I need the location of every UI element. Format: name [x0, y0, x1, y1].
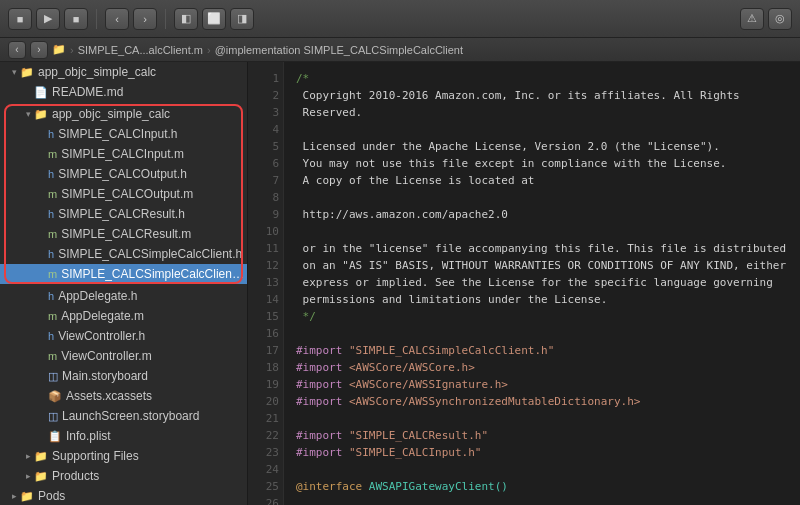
- sidebar-item-viewcontroller-m[interactable]: mViewController.m: [0, 346, 247, 366]
- sidebar-label-calc-client-h: SIMPLE_CALCSimpleCalcClient.h: [58, 247, 242, 261]
- sidebar-item-appdelegate-h[interactable]: hAppDelegate.h: [0, 286, 247, 306]
- sidebar-item-calc-input-h[interactable]: hSIMPLE_CALCInput.h: [0, 124, 247, 144]
- sidebar-item-calc-output-m[interactable]: mSIMPLE_CALCOutput.m: [0, 184, 247, 204]
- line-num: 6: [252, 155, 279, 172]
- line-num: 16: [252, 325, 279, 342]
- line-num: 4: [252, 121, 279, 138]
- sidebar-item-readme[interactable]: 📄README.md: [0, 82, 247, 102]
- sidebar-item-assets[interactable]: 📦Assets.xcassets: [0, 386, 247, 406]
- triangle-supporting[interactable]: ▸: [22, 450, 34, 462]
- sidebar-item-supporting[interactable]: ▸📁Supporting Files: [0, 446, 247, 466]
- sidebar-label-appdelegate-h: AppDelegate.h: [58, 289, 137, 303]
- code-container: 1234567891011121314151617181920212223242…: [248, 62, 800, 505]
- line-num: 24: [252, 461, 279, 478]
- view-toggle-1[interactable]: ◧: [174, 8, 198, 30]
- sidebar-item-calc-client-m[interactable]: mSIMPLE_CALCSimpleCalcClient.m: [0, 264, 247, 284]
- line-num: 13: [252, 274, 279, 291]
- sidebar-item-main-storyboard[interactable]: ◫Main.storyboard: [0, 366, 247, 386]
- sidebar-label-viewcontroller-h: ViewController.h: [58, 329, 145, 343]
- sidebar-item-root[interactable]: ▾📁app_objc_simple_calc: [0, 62, 247, 82]
- sidebar-item-calc-client-h[interactable]: hSIMPLE_CALCSimpleCalcClient.h: [0, 244, 247, 264]
- code-content[interactable]: /* Copyright 2010-2016 Amazon.com, Inc. …: [284, 62, 800, 505]
- sidebar-item-info-plist[interactable]: 📋Info.plist: [0, 426, 247, 446]
- sidebar-item-calc-result-h[interactable]: hSIMPLE_CALCResult.h: [0, 204, 247, 224]
- sidebar-label-calc-input-m: SIMPLE_CALCInput.m: [61, 147, 184, 161]
- toolbar-sep-1: [96, 9, 97, 29]
- line-num: 7: [252, 172, 279, 189]
- sidebar-item-launchscreen[interactable]: ◫LaunchScreen.storyboard: [0, 406, 247, 426]
- file-navigator: ▾📁app_objc_simple_calc📄README.md▾📁app_ob…: [0, 62, 248, 505]
- view-toggle-3[interactable]: ◨: [230, 8, 254, 30]
- sidebar-label-calc-client-m: SIMPLE_CALCSimpleCalcClient.m: [61, 267, 247, 281]
- sidebar-label-readme: README.md: [52, 85, 123, 99]
- sidebar-label-info-plist: Info.plist: [66, 429, 111, 443]
- scheme-button[interactable]: ■: [8, 8, 32, 30]
- sidebar-item-app-group[interactable]: ▾📁app_objc_simple_calc: [0, 104, 247, 124]
- sidebar-label-products: Products: [52, 469, 99, 483]
- toolbar: ■ ▶ ■ ‹ › ◧ ⬜ ◨ ⚠ ◎: [0, 0, 800, 38]
- line-num: 20: [252, 393, 279, 410]
- line-num: 21: [252, 410, 279, 427]
- sidebar-label-supporting: Supporting Files: [52, 449, 139, 463]
- sidebar-label-root: app_objc_simple_calc: [38, 65, 156, 79]
- line-numbers: 1234567891011121314151617181920212223242…: [248, 62, 284, 505]
- breadcrumb-folder-icon: 📁: [52, 43, 66, 56]
- line-num: 18: [252, 359, 279, 376]
- sidebar-label-calc-output-m: SIMPLE_CALCOutput.m: [61, 187, 193, 201]
- sidebar-label-main-storyboard: Main.storyboard: [62, 369, 148, 383]
- sidebar-item-calc-result-m[interactable]: mSIMPLE_CALCResult.m: [0, 224, 247, 244]
- sidebar-label-launchscreen: LaunchScreen.storyboard: [62, 409, 199, 423]
- toolbar-sep-2: [165, 9, 166, 29]
- line-num: 12: [252, 257, 279, 274]
- triangle-app-group[interactable]: ▾: [22, 108, 34, 120]
- nav-forward[interactable]: ›: [133, 8, 157, 30]
- breadcrumb-file[interactable]: SIMPLE_CA...alcClient.m: [78, 44, 203, 56]
- line-num: 9: [252, 206, 279, 223]
- sidebar-item-calc-input-m[interactable]: mSIMPLE_CALCInput.m: [0, 144, 247, 164]
- sidebar-label-pods: Pods: [38, 489, 65, 503]
- line-num: 8: [252, 189, 279, 206]
- line-num: 19: [252, 376, 279, 393]
- line-num: 23: [252, 444, 279, 461]
- nav-back[interactable]: ‹: [105, 8, 129, 30]
- triangle-root[interactable]: ▾: [8, 66, 20, 78]
- line-num: 15: [252, 308, 279, 325]
- breakpoint-btn[interactable]: ◎: [768, 8, 792, 30]
- breadcrumb-nav-back[interactable]: ‹: [8, 41, 26, 59]
- breadcrumb-bar: ‹ › 📁 › SIMPLE_CA...alcClient.m › @imple…: [0, 38, 800, 62]
- line-num: 11: [252, 240, 279, 257]
- line-num: 3: [252, 104, 279, 121]
- line-num: 26: [252, 495, 279, 505]
- issue-nav[interactable]: ⚠: [740, 8, 764, 30]
- line-num: 25: [252, 478, 279, 495]
- sidebar-item-products[interactable]: ▸📁Products: [0, 466, 247, 486]
- line-num: 1: [252, 70, 279, 87]
- code-editor[interactable]: 1234567891011121314151617181920212223242…: [248, 62, 800, 505]
- triangle-products[interactable]: ▸: [22, 470, 34, 482]
- sidebar-label-appdelegate-m: AppDelegate.m: [61, 309, 144, 323]
- sidebar-item-appdelegate-m[interactable]: mAppDelegate.m: [0, 306, 247, 326]
- line-num: 10: [252, 223, 279, 240]
- run-button[interactable]: ▶: [36, 8, 60, 30]
- stop-button[interactable]: ■: [64, 8, 88, 30]
- breadcrumb-nav-forward[interactable]: ›: [30, 41, 48, 59]
- sidebar-item-calc-output-h[interactable]: hSIMPLE_CALCOutput.h: [0, 164, 247, 184]
- sidebar-label-assets: Assets.xcassets: [66, 389, 152, 403]
- sidebar-label-calc-result-h: SIMPLE_CALCResult.h: [58, 207, 185, 221]
- breadcrumb-symbol[interactable]: @implementation SIMPLE_CALCSimpleCalcCli…: [215, 44, 463, 56]
- line-num: 17: [252, 342, 279, 359]
- sidebar-label-app-group: app_objc_simple_calc: [52, 107, 170, 121]
- sidebar-label-calc-input-h: SIMPLE_CALCInput.h: [58, 127, 177, 141]
- sidebar-label-calc-output-h: SIMPLE_CALCOutput.h: [58, 167, 187, 181]
- main-container: ▾📁app_objc_simple_calc📄README.md▾📁app_ob…: [0, 62, 800, 505]
- line-num: 22: [252, 427, 279, 444]
- view-toggle-2[interactable]: ⬜: [202, 8, 226, 30]
- sidebar-item-pods[interactable]: ▸📁Pods: [0, 486, 247, 505]
- sidebar-label-viewcontroller-m: ViewController.m: [61, 349, 151, 363]
- line-num: 2: [252, 87, 279, 104]
- line-num: 5: [252, 138, 279, 155]
- triangle-pods[interactable]: ▸: [8, 490, 20, 502]
- sidebar-item-viewcontroller-h[interactable]: hViewController.h: [0, 326, 247, 346]
- sidebar-label-calc-result-m: SIMPLE_CALCResult.m: [61, 227, 191, 241]
- line-num: 14: [252, 291, 279, 308]
